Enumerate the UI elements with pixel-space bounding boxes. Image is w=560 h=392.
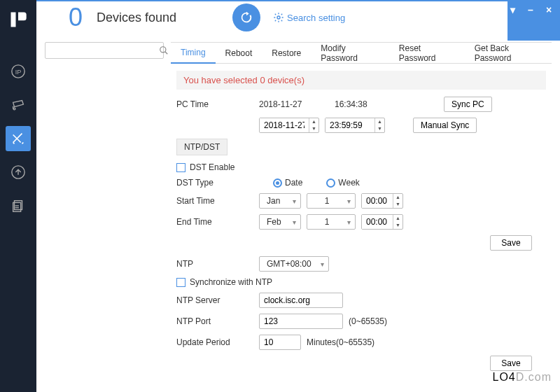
search-setting-label: Search setting <box>287 13 345 23</box>
tab-reset-password[interactable]: Reset Password <box>389 43 465 64</box>
device-search <box>45 42 164 59</box>
start-month-select[interactable]: Jan <box>259 193 301 209</box>
save-ntp-button[interactable]: Save <box>490 356 532 371</box>
ntp-timezone-select[interactable]: GMT+08:00 <box>259 256 329 272</box>
dst-enable-label: DST Enable <box>190 162 234 172</box>
tab-timing[interactable]: Timing <box>171 43 216 64</box>
device-count: 0 <box>69 3 83 32</box>
time-input-field[interactable] <box>326 118 374 132</box>
sync-ntp-checkbox[interactable] <box>176 278 186 287</box>
start-time-label: Start Time <box>176 196 253 206</box>
dst-type-label: DST Type <box>176 178 253 188</box>
date-input-field[interactable] <box>260 118 309 132</box>
content-tabs: Timing Reboot Restore Modify Password Re… <box>171 43 552 64</box>
svg-point-9 <box>277 16 280 19</box>
nav-upload-icon[interactable] <box>6 160 31 185</box>
minimize-button[interactable]: – <box>525 4 536 15</box>
tab-modify-password[interactable]: Modify Password <box>311 43 389 64</box>
update-period-input[interactable] <box>259 335 301 350</box>
tab-restore[interactable]: Restore <box>262 43 311 64</box>
end-time-label: End Time <box>176 217 253 227</box>
svg-text:IP: IP <box>15 69 22 76</box>
nav-camera-icon[interactable] <box>6 92 31 118</box>
tab-get-back-password[interactable]: Get Back Password <box>465 43 552 64</box>
end-month-select[interactable]: Feb <box>259 214 301 230</box>
tab-reboot[interactable]: Reboot <box>216 43 262 64</box>
save-dst-button[interactable]: Save <box>490 235 532 251</box>
nav-docs-icon[interactable] <box>6 193 31 218</box>
ntp-port-label: NTP Port <box>176 316 253 326</box>
dst-date-label: Date <box>285 178 302 188</box>
update-period-label: Update Period <box>176 337 253 347</box>
nav-ip-icon[interactable]: IP <box>6 59 31 84</box>
ntp-server-label: NTP Server <box>176 295 253 305</box>
svg-line-11 <box>165 52 168 55</box>
time-spinner[interactable]: ▲▼ <box>374 118 384 132</box>
start-hhmm-input[interactable]: ▲▼ <box>361 193 403 209</box>
pin-button[interactable]: ▾ <box>507 4 518 15</box>
svg-point-10 <box>160 47 166 52</box>
device-search-input[interactable] <box>46 43 159 57</box>
date-input[interactable]: ▲▼ <box>259 118 319 133</box>
ntp-port-input[interactable] <box>259 314 343 329</box>
manual-sync-button[interactable]: Manual Sync <box>413 118 477 133</box>
search-setting-link[interactable]: Search setting <box>273 12 345 23</box>
dst-enable-checkbox[interactable] <box>176 163 186 172</box>
selection-message: You have selected 0 device(s) <box>176 71 546 90</box>
date-spinner[interactable]: ▲▼ <box>309 118 318 132</box>
close-button[interactable]: × <box>543 4 554 15</box>
dst-type-date-radio[interactable] <box>273 178 282 188</box>
nav-settings-icon[interactable] <box>6 126 31 151</box>
sync-pc-button[interactable]: Sync PC <box>444 97 492 112</box>
time-input[interactable]: ▲▼ <box>325 118 385 133</box>
svg-rect-0 <box>11 13 16 27</box>
pc-date-value: 2018-11-27 <box>259 99 329 109</box>
start-day-select[interactable]: 1 <box>307 193 356 209</box>
watermark: LO4D.com <box>493 371 552 384</box>
app-logo <box>4 6 32 34</box>
sync-ntp-label: Synchronize with NTP <box>190 277 272 287</box>
dst-week-label: Week <box>338 178 359 188</box>
search-icon[interactable] <box>159 43 169 58</box>
dst-type-week-radio[interactable] <box>326 178 335 188</box>
pc-time-value: 16:34:38 <box>335 99 405 109</box>
ntp-server-input[interactable] <box>259 293 343 308</box>
ntp-label: NTP <box>176 259 253 269</box>
end-day-select[interactable]: 1 <box>307 214 356 230</box>
start-hhmm-field[interactable] <box>362 194 393 208</box>
svg-point-3 <box>13 108 15 110</box>
header: ▾ – × 0 Devices found Search setting <box>36 0 560 34</box>
end-hhmm-field[interactable] <box>362 215 393 229</box>
ntp-port-range: (0~65535) <box>349 316 387 326</box>
ntp-dst-subtab[interactable]: NTP/DST <box>176 139 227 155</box>
pc-time-label: PC Time <box>176 99 253 109</box>
devices-found-label: Devices found <box>97 10 176 25</box>
refresh-button[interactable] <box>232 4 260 31</box>
end-hhmm-input[interactable]: ▲▼ <box>361 214 403 230</box>
update-period-unit: Minutes(0~65535) <box>307 337 374 347</box>
